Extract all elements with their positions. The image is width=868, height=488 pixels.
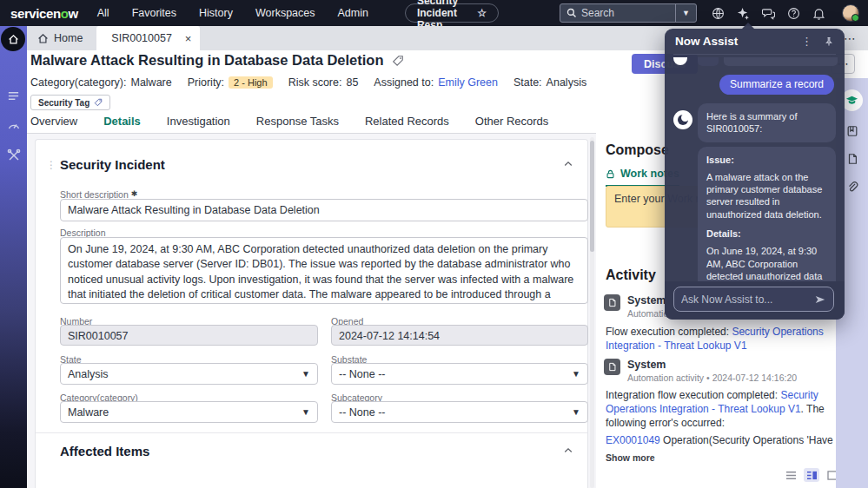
activity-meta: Automation activity • 2024-07-12 14:16:2… (627, 373, 797, 383)
nav-item-admin[interactable]: Admin (338, 7, 368, 19)
security-tag-label: Security Tag (38, 98, 89, 108)
now-assist-prompt-input[interactable] (681, 293, 814, 306)
servicenow-logo[interactable]: servicenow (10, 6, 78, 21)
summary-details-label: Details: (706, 228, 827, 240)
now-assist-prompt-box[interactable] (673, 287, 834, 312)
scrolled-message-remnant (698, 57, 719, 66)
chat-icon[interactable] (761, 6, 775, 20)
show-more-link[interactable]: Show more (606, 452, 655, 463)
section-title-security-incident: Security Incident (60, 157, 165, 172)
help-icon[interactable] (786, 6, 800, 20)
subcategory-select[interactable]: -- None --▼ (331, 401, 588, 423)
collapse-section-chevron-icon[interactable] (563, 159, 573, 169)
lists-menu-icon[interactable] (6, 89, 21, 103)
select-caret-icon: ▼ (572, 369, 580, 379)
app-context-pill[interactable]: Security Incident Resp... ☆ (405, 3, 499, 23)
tab-record-sir0010057[interactable]: SIR0010057 × (96, 26, 200, 50)
logo-text: servicen (10, 6, 61, 21)
activity-entry: System Automation activity • 2024-07-12 … (604, 359, 797, 383)
select-caret-icon: ▼ (301, 369, 310, 379)
search-scope-caret-icon[interactable]: ▼ (675, 4, 696, 22)
security-incident-form-card: ⋮ Security Incident Short description ✱ … (35, 139, 588, 488)
number-input[interactable]: SIR0010057 (60, 325, 318, 346)
activity-entry-error-line: EX0001049 Operation(Security Operations … (606, 433, 836, 447)
record-tab-label: SIR0010057 (111, 32, 172, 44)
workspace-home-button[interactable] (1, 27, 25, 51)
now-assist-menu-icon[interactable]: ⋮ (801, 35, 812, 48)
left-app-rail (0, 26, 27, 488)
lock-icon (606, 169, 615, 179)
navbar-icon-group (711, 4, 859, 22)
record-title: Malware Attack Resulting in Database Dat… (30, 52, 404, 69)
notifications-bell-icon[interactable] (812, 6, 825, 20)
meta-risk-score: Risk score:85 (288, 76, 359, 89)
summary-issue-text: A malware attack on the primary customer… (706, 171, 827, 221)
tag-icon[interactable] (392, 55, 404, 67)
compose-heading: Compose (606, 142, 669, 158)
home-tab-label: Home (54, 32, 83, 44)
dashboard-gauge-icon[interactable] (6, 118, 21, 133)
bot-summary-bubble: Issue: A malware attack on the primary c… (698, 147, 836, 281)
now-assist-panel: Now Assist ⋮ Summarize a record Here is … (665, 29, 845, 320)
split-layout-icon[interactable] (804, 468, 819, 482)
now-assist-bot-avatar (673, 110, 692, 129)
primary-nav-menu: All Favorites History Workspaces Admin (97, 7, 368, 19)
activity-entry-body: Flow execution completed: Security Opera… (606, 325, 835, 353)
list-layout-icon[interactable] (783, 468, 798, 482)
record-title-text: Malware Attack Resulting in Database Dat… (30, 52, 384, 69)
tools-icon[interactable] (6, 148, 21, 162)
nav-item-workspaces[interactable]: Workspaces (255, 7, 315, 19)
security-tag-pill[interactable]: Security Tag (30, 95, 110, 110)
layout-toggle-group (783, 468, 840, 482)
now-assist-header-divider (673, 54, 836, 55)
required-asterisk-icon: ✱ (131, 189, 138, 198)
section-title-affected-items: Affected Items (60, 444, 149, 458)
close-tab-icon[interactable]: × (185, 32, 192, 45)
bot-intro-bubble: Here is a summary of SIR0010057: (698, 103, 836, 142)
select-caret-icon: ▼ (572, 407, 580, 417)
section-drag-handle-icon[interactable]: ⋮ (46, 159, 56, 171)
now-assist-sparkle-icon[interactable] (736, 6, 750, 20)
assigned-to-link[interactable]: Emily Green (438, 76, 498, 89)
nav-item-favorites[interactable]: Favorites (132, 7, 176, 19)
category-select[interactable]: Malware▼ (60, 401, 318, 423)
home-tab-icon (37, 33, 49, 44)
activity-link[interactable]: EX0001049 (606, 434, 660, 446)
form-scrollbar[interactable] (590, 137, 594, 488)
activity-entry-body: Integration flow execution completed: Se… (606, 388, 835, 431)
send-prompt-icon[interactable] (814, 293, 826, 306)
meta-assigned-to: Assigned to:Emily Green (374, 76, 498, 89)
search-input[interactable] (581, 7, 675, 19)
now-assist-header: Now Assist ⋮ (665, 29, 845, 54)
scrolled-message-avatar (673, 57, 687, 65)
meta-category: Category(category):Malware (30, 76, 172, 89)
collapse-affected-items-chevron-icon[interactable] (563, 445, 573, 456)
description-textarea[interactable]: On June 19, 2024, at 9:30 AM, ABC Corpor… (60, 237, 588, 304)
priority-badge: 2 - High (229, 76, 273, 89)
globe-icon[interactable] (711, 6, 725, 20)
section-divider (36, 432, 587, 433)
nav-item-all[interactable]: All (97, 7, 109, 19)
tab-strip-more-icon[interactable]: ⋯ (844, 31, 868, 45)
nav-item-history[interactable]: History (199, 7, 233, 19)
scrolled-message-remnant (724, 57, 838, 66)
tab-home[interactable]: Home (27, 32, 96, 44)
state-select[interactable]: Analysis▼ (60, 363, 318, 385)
activity-author: System (627, 359, 797, 371)
activity-heading: Activity (606, 267, 656, 283)
now-assist-footer (665, 281, 845, 320)
global-search[interactable]: ▼ (560, 3, 697, 23)
form-scrollbar-thumb[interactable] (590, 141, 594, 252)
pin-panel-icon[interactable] (824, 36, 834, 47)
opened-input[interactable]: 2024-07-12 14:14:54 (331, 325, 588, 346)
substate-select[interactable]: -- None --▼ (331, 363, 588, 385)
select-caret-icon: ▼ (301, 407, 310, 417)
short-description-input[interactable]: Malware Attack Resulting in Database Dat… (60, 199, 588, 221)
record-meta-row: Category(category):Malware Priority:2 - … (30, 76, 586, 89)
user-avatar[interactable] (842, 4, 859, 22)
now-assist-conversation: Summarize a record Here is a summary of … (665, 56, 845, 281)
logo-text-end: w (68, 6, 77, 21)
now-assist-title: Now Assist (675, 35, 738, 48)
favorite-star-icon[interactable]: ☆ (477, 7, 487, 19)
meta-priority: Priority:2 - High (188, 76, 273, 89)
